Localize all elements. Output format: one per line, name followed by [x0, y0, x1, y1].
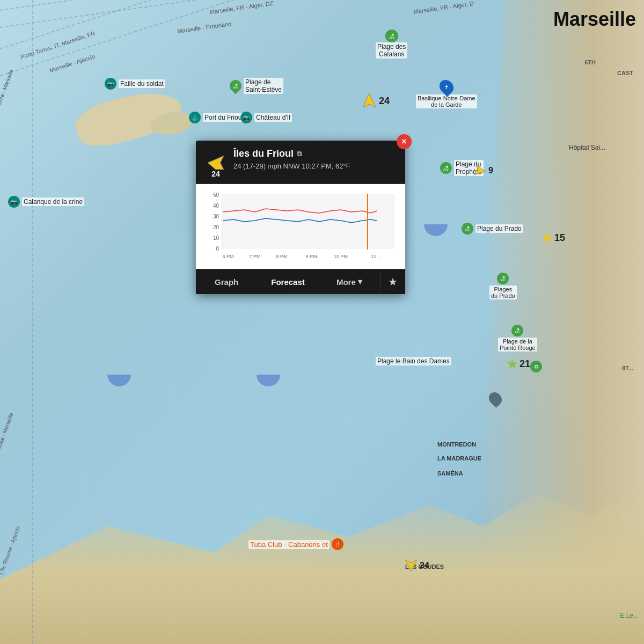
label-port-frioul: Port du Frioul — [203, 113, 245, 122]
place-bain-dames[interactable]: Plage le Bain des Dames — [376, 357, 451, 365]
green-pin-prado: 🏖 — [462, 223, 473, 235]
place-chateau-if[interactable]: 📷 Château d'If — [240, 112, 292, 123]
svg-text:7 PM: 7 PM — [249, 254, 260, 259]
label-montredon: MONTREDON — [437, 441, 476, 448]
popup-info: Îles du Frioul ⧉ 24 (17-29) mph NNW 10:2… — [233, 148, 397, 171]
green-pin-plages-prado: 🏖 — [497, 273, 509, 284]
wind-arrow-yellow-9 — [473, 164, 487, 178]
label-calanque: Calanque de la crine — [22, 197, 84, 206]
popup-window: × 24 Îles du Frioul ⧉ 24 (17-29) mph NNW… — [196, 141, 405, 294]
wind-star-15: ★ 15 — [541, 231, 565, 245]
label-plages-prado: Plagesdu Prado — [489, 286, 517, 299]
svg-text:0: 0 — [216, 246, 219, 252]
green-pin-saint-esteve: 🏖 — [227, 77, 244, 94]
tab-forecast[interactable]: Forecast — [257, 270, 318, 294]
place-catalans[interactable]: 🏖 Plage desCatalans — [376, 30, 407, 58]
chart-container: 50 40 30 20 10 0 — [202, 189, 399, 265]
popup-close-button[interactable]: × — [397, 134, 412, 149]
blue-pin-basilique: ✝ — [436, 77, 456, 97]
place-basilique[interactable]: ✝ Basilique Notre-Damede la Garde — [416, 79, 477, 108]
district-8t: 8T... — [622, 365, 633, 371]
popup-star-button[interactable]: ★ — [380, 270, 405, 294]
city-title: Marseille — [553, 8, 636, 31]
place-hopital[interactable]: Hôpital Sai... — [569, 144, 605, 151]
label-bain-dames: Plage le Bain des Dames — [376, 357, 451, 365]
label-samena: SAMÉNA — [437, 470, 463, 477]
popup-title-text: Îles du Frioul — [233, 148, 294, 159]
label-e-le: E.Le... — [620, 612, 639, 619]
svg-text:10: 10 — [213, 235, 219, 241]
svg-marker-1 — [474, 165, 487, 177]
wind-star-21: ★ 21 — [506, 357, 530, 371]
route-line-vert-1 — [32, 0, 33, 644]
place-plages-prado[interactable]: 🏖 Plagesdu Prado — [489, 273, 517, 299]
place-saint-esteve[interactable]: 🏖 Plage deSaint-Estève — [230, 78, 283, 94]
svg-text:30: 30 — [213, 214, 219, 219]
teal-pin-calanque: 📷 — [8, 196, 20, 208]
place-tuba[interactable]: Tuba Club - Cabanons et 🍴 — [248, 538, 343, 550]
label-tuba: Tuba Club - Cabanons et — [248, 540, 330, 549]
tab-more-label: More — [336, 277, 356, 287]
label-basilique: Basilique Notre-Damede la Garde — [416, 94, 477, 108]
wind-speed-9: 9 — [488, 166, 493, 175]
label-saint-esteve: Plage deSaint-Estève — [244, 78, 283, 94]
svg-marker-4 — [208, 156, 223, 170]
place-port-frioul[interactable]: ⚓ Port du Frioul — [189, 112, 245, 123]
label-prado: Plage du Prado — [475, 224, 523, 233]
chart-svg: 50 40 30 20 10 0 — [202, 189, 399, 265]
teal-pin-faille: 📷 — [105, 78, 116, 90]
label-chateau: Château d'If — [254, 113, 292, 122]
map-background: Marseille Marseille, FR - Alger, DZ Port… — [0, 0, 644, 644]
popup-subtitle: 24 (17-29) mph NNW 10:27 PM, 62°F — [233, 162, 397, 171]
label-madrague: LA MADRAGUE — [437, 455, 481, 462]
wind-speed-24-bottom: 24 — [420, 561, 429, 570]
star-icon-15: ★ — [541, 231, 553, 245]
svg-text:6 PM: 6 PM — [222, 254, 233, 259]
label-catalans: Plage desCatalans — [376, 42, 407, 58]
place-prado[interactable]: 🏖 Plage du Prado — [462, 223, 523, 235]
orange-pin-tuba: 🍴 — [332, 538, 343, 550]
wind-speed-24-top: 24 — [379, 96, 390, 107]
popup-title: Îles du Frioul ⧉ — [233, 148, 397, 159]
svg-text:8 PM: 8 PM — [276, 254, 287, 259]
tab-graph[interactable]: Graph — [196, 270, 257, 294]
wind-marker-24-bottom: 24 — [404, 558, 429, 573]
wind-marker-24-top: 24 — [361, 92, 390, 109]
svg-text:50: 50 — [213, 192, 219, 198]
label-faille: Faille du soldat — [119, 79, 165, 88]
green-circle-21: ♻ — [530, 361, 542, 372]
wind-speed-21: 21 — [519, 358, 530, 370]
teal-pin-chateau: 📷 — [240, 112, 252, 123]
place-pointe-rouge[interactable]: 🏖 Plage de laPointé Rouge — [498, 325, 537, 352]
chevron-down-icon: ▾ — [358, 277, 362, 287]
popup-header: 24 Îles du Frioul ⧉ 24 (17-29) mph NNW 1… — [196, 141, 405, 184]
star-icon-21: ★ — [506, 357, 518, 371]
green-pin-prophete: 🏖 — [440, 162, 452, 174]
wind-arrow-yellow-1 — [361, 92, 378, 109]
place-calanque[interactable]: 📷 Calanque de la crine — [8, 196, 84, 208]
tab-more[interactable]: More ▾ — [319, 269, 380, 294]
label-pointe-rouge: Plage de laPointé Rouge — [498, 338, 537, 352]
popup-wind-icon: 24 — [204, 149, 227, 178]
svg-text:9 PM: 9 PM — [305, 254, 317, 259]
popup-link-icon[interactable]: ⧉ — [297, 150, 302, 158]
green-pin-catalans: 🏖 — [385, 30, 398, 42]
teal-pin-port-frioul: ⚓ — [189, 112, 201, 123]
popup-chart: 50 40 30 20 10 0 — [196, 184, 405, 269]
wind-arrow-yellow-bottom — [404, 558, 419, 573]
svg-text:20: 20 — [213, 224, 219, 230]
district-6th: 6TH — [584, 59, 596, 65]
place-faille[interactable]: 📷 Faille du soldat — [105, 78, 165, 90]
svg-text:11...: 11... — [371, 254, 380, 259]
svg-marker-0 — [363, 93, 376, 107]
label-hopital: Hôpital Sai... — [569, 144, 605, 151]
svg-marker-2 — [406, 560, 417, 572]
svg-text:40: 40 — [213, 203, 219, 209]
district-cast: CAST — [617, 70, 633, 76]
popup-tabs: Graph Forecast More ▾ ★ — [196, 269, 405, 294]
green-pin-pointe-rouge: 🏖 — [511, 325, 523, 336]
svg-text:10 PM: 10 PM — [334, 254, 348, 259]
wind-speed-15: 15 — [554, 232, 565, 244]
wind-marker-9: 9 — [473, 164, 493, 178]
